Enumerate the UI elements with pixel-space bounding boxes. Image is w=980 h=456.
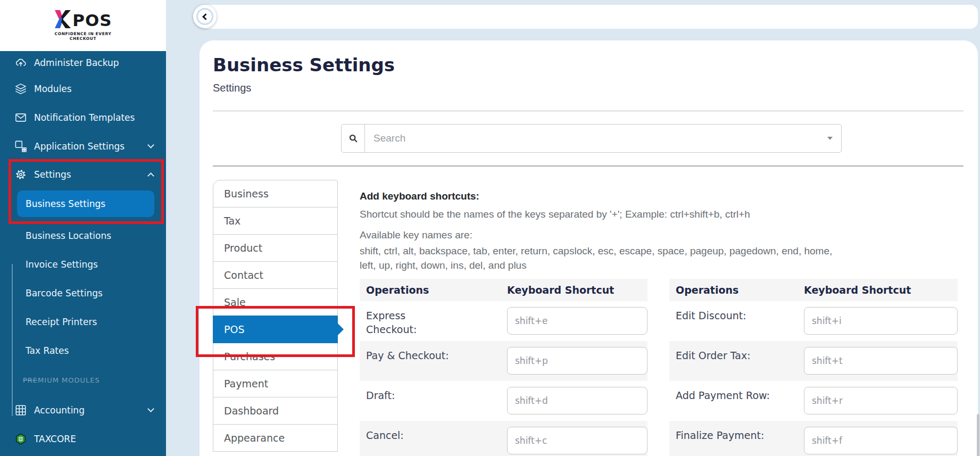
envelope-icon <box>15 112 27 123</box>
vertical-scrollbar-thumb[interactable] <box>977 414 979 456</box>
sidebar-item-invoice-settings[interactable]: Invoice Settings <box>0 250 166 279</box>
table-header-row: Operations Keyboard Shortcut <box>360 279 647 301</box>
shortcut-input-cancel[interactable] <box>507 427 647 454</box>
shortcut-input-express-checkout[interactable] <box>507 307 647 335</box>
sidebar-item-barcode-settings[interactable]: Barcode Settings <box>0 279 166 308</box>
top-bar <box>200 5 978 29</box>
table-header-row: Operations Keyboard Shortcut <box>669 279 958 301</box>
operation-label: Edit Discount: <box>669 301 804 341</box>
back-button[interactable] <box>193 5 217 28</box>
table-row: Pay & Checkout: <box>360 341 647 381</box>
sub-item-label: Invoice Settings <box>26 259 98 270</box>
shortcut-input-draft[interactable] <box>507 387 647 414</box>
column-header-operations: Operations <box>669 284 804 296</box>
shortcut-input-add-payment-row[interactable] <box>804 387 958 414</box>
xpos-logo[interactable]: POS CONFIDENCE IN EVERY CHECKOUT <box>0 0 166 51</box>
submenu-guide-line <box>12 264 13 416</box>
tab-sale[interactable]: Sale <box>213 288 338 316</box>
gear-icon <box>15 169 27 180</box>
sidebar-item-label: Administer Backup <box>34 57 119 68</box>
tab-appearance[interactable]: Appearance <box>213 424 338 452</box>
sub-item-label: Business Settings <box>26 198 105 209</box>
table-row: Cancel: <box>360 421 647 456</box>
cloud-upload-icon <box>15 57 27 69</box>
sidebar-item-notification-templates[interactable]: Notification Templates <box>0 103 166 132</box>
sidebar-item-settings[interactable]: Settings <box>0 161 166 188</box>
tab-purchases[interactable]: Purchases <box>213 343 338 370</box>
column-header-operations: Operations <box>360 284 507 296</box>
sidebar-item-business-locations[interactable]: Business Locations <box>0 221 166 250</box>
divider <box>213 165 964 167</box>
sub-item-label: Business Locations <box>26 230 111 241</box>
operation-label: Cancel: <box>360 421 507 456</box>
sub-item-label: Barcode Settings <box>26 288 103 299</box>
premium-modules-section-label: PREMIUM MODULES <box>0 375 166 385</box>
sidebar-nav: Administer Backup Modules <box>0 51 166 453</box>
section-divider <box>23 380 38 380</box>
tab-dashboard[interactable]: Dashboard <box>213 397 338 425</box>
shortcut-input-edit-discount[interactable] <box>804 307 958 335</box>
main-card: Business Settings Settings Business Tax … <box>200 40 978 456</box>
tab-tax[interactable]: Tax <box>213 207 338 235</box>
sidebar-item-label: Notification Templates <box>34 112 135 123</box>
sidebar-item-label: Settings <box>34 169 71 180</box>
chevron-left-icon <box>202 13 209 20</box>
table-row: Edit Order Tax: <box>669 341 958 381</box>
available-keys-intro: Available key names are: <box>360 229 966 241</box>
chevron-down-icon <box>147 405 154 412</box>
sidebar: POS CONFIDENCE IN EVERY CHECKOUT Adminis… <box>0 0 166 456</box>
sidebar-item-application-settings[interactable]: Application Settings <box>0 132 166 161</box>
sidebar-item-modules[interactable]: Modules <box>0 74 166 103</box>
sidebar-item-tax-rates[interactable]: Tax Rates <box>0 336 166 365</box>
table-row: Finalize Payment: <box>669 421 958 456</box>
sidebar-item-taxcore[interactable]: TAXCORE <box>0 425 166 453</box>
search-select[interactable] <box>341 124 842 153</box>
operation-label: Draft: <box>360 381 507 421</box>
sidebar-item-administer-backup[interactable]: Administer Backup <box>0 51 166 74</box>
column-header-keyboard-shortcut: Keyboard Shortcut <box>507 284 647 296</box>
shortcut-table-right: Operations Keyboard Shortcut Edit Discou… <box>669 279 958 456</box>
settings-tab-list: Business Tax Product Contact Sale POS Pu… <box>213 180 338 452</box>
keyboard-shortcuts-panel: Add keyboard shortcuts: Shortcut should … <box>360 190 966 272</box>
shortcuts-description: Shortcut should be the names of the keys… <box>360 209 966 220</box>
tab-payment[interactable]: Payment <box>213 370 338 397</box>
app-root: POS CONFIDENCE IN EVERY CHECKOUT Adminis… <box>0 0 980 456</box>
operation-label: Pay & Checkout: <box>360 341 507 381</box>
logo-tagline: CONFIDENCE IN EVERY CHECKOUT <box>55 31 112 41</box>
table-row: Add Payment Row: <box>669 381 958 421</box>
sidebar-item-business-settings[interactable]: Business Settings <box>17 190 154 217</box>
search-input[interactable] <box>365 125 827 152</box>
tab-product[interactable]: Product <box>213 234 338 262</box>
shortcut-input-finalize-payment[interactable] <box>804 427 958 454</box>
table-grid-icon <box>15 404 27 416</box>
sidebar-item-label: Accounting <box>34 405 85 416</box>
shortcuts-heading: Add keyboard shortcuts: <box>360 190 966 202</box>
available-keys-line1: shift, ctrl, alt, backspace, tab, enter,… <box>360 244 966 258</box>
tab-pos[interactable]: POS <box>213 316 338 343</box>
shortcut-input-pay-checkout[interactable] <box>507 347 647 375</box>
app-window-icon <box>15 140 27 152</box>
search-icon <box>342 125 365 152</box>
operation-label: Add Payment Row: <box>669 381 804 421</box>
tab-business[interactable]: Business <box>213 180 338 208</box>
shortcut-table-left: Operations Keyboard Shortcut Express Che… <box>360 279 647 456</box>
sub-item-label: Receipt Printers <box>26 317 97 327</box>
page-title: Business Settings <box>213 54 395 76</box>
tab-contact[interactable]: Contact <box>213 261 338 289</box>
operation-label: Edit Order Tax: <box>669 341 804 381</box>
divider <box>213 111 964 111</box>
sidebar-item-receipt-printers[interactable]: Receipt Printers <box>0 308 166 336</box>
operation-label: Finalize Payment: <box>669 421 804 456</box>
layers-icon <box>15 83 27 95</box>
table-row: Edit Discount: <box>669 301 958 341</box>
sidebar-item-label: TAXCORE <box>34 434 76 444</box>
chevron-up-icon <box>147 172 154 179</box>
sidebar-item-label: Modules <box>34 84 72 94</box>
table-row: Draft: <box>360 381 647 421</box>
available-keys-line2: left, up, right, down, ins, del, and plu… <box>360 258 966 272</box>
dropdown-arrow-icon <box>827 137 833 140</box>
shortcut-input-edit-order-tax[interactable] <box>804 347 958 375</box>
xpos-x-icon <box>54 10 72 30</box>
sidebar-item-accounting[interactable]: Accounting <box>0 396 166 425</box>
chevron-down-icon <box>147 142 154 148</box>
